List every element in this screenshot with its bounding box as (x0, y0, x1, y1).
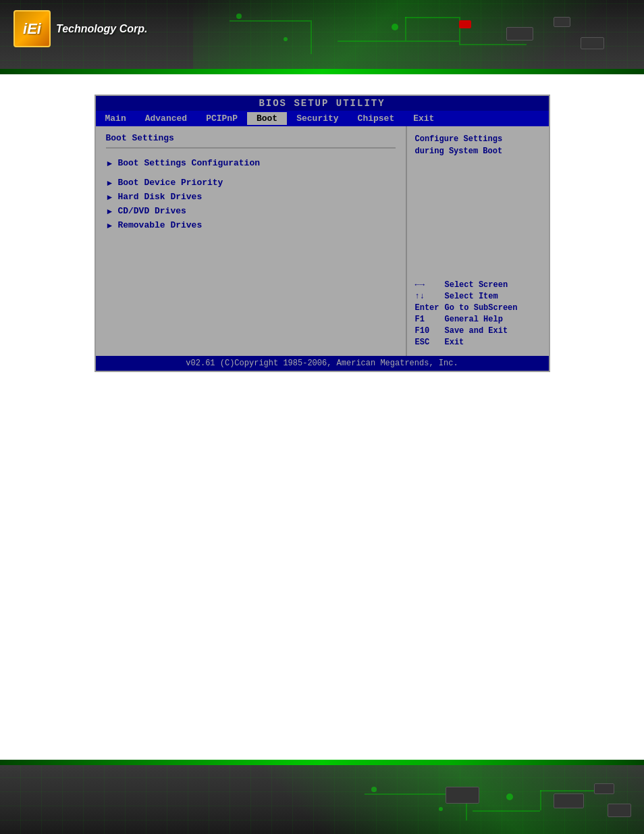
circuit-line (405, 17, 406, 41)
menu-entry-text-2: Hard Disk Drives (117, 192, 202, 202)
bios-container: BIOS SETUP UTILITY Main Advanced PCIPnP … (95, 95, 550, 372)
section-title: Boot Settings (106, 133, 396, 143)
menu-entry-boot-settings-config[interactable]: ► Boot Settings Configuration (106, 158, 396, 168)
circuit-dot-b1 (371, 787, 377, 792)
bios-left-panel: Boot Settings ► Boot Settings Configurat… (96, 126, 407, 356)
arrow-icon-2: ► (106, 192, 114, 202)
menu-item-advanced[interactable]: Advanced (136, 112, 196, 125)
menu-item-boot[interactable]: Boot (247, 112, 287, 125)
bios-menu-bar: Main Advanced PCIPnP Boot Security Chips… (96, 111, 549, 126)
circuit-overlay (193, 0, 644, 74)
key-action-0: Select Screen (445, 280, 508, 290)
arrow-icon-3: ► (106, 207, 114, 216)
key-action-3: General Help (445, 315, 503, 324)
arrow-icon-1: ► (106, 178, 114, 188)
logo-area: iEi Technology Corp. (14, 10, 147, 47)
logo-text: iEi (23, 20, 41, 38)
arrow-icon-0: ► (106, 159, 114, 168)
chip (506, 27, 533, 41)
key-name-f1: F1 (415, 315, 441, 324)
bottom-banner (0, 760, 644, 834)
menu-entry-hard-disk-drives[interactable]: ► Hard Disk Drives (106, 192, 396, 202)
help-line-2: during System Boot (415, 147, 503, 156)
chip-b2 (594, 783, 614, 794)
key-action-2: Go to SubScreen (445, 303, 518, 313)
menu-entry-text-0: Boot Settings Configuration (117, 158, 260, 168)
key-name-enter: Enter (415, 303, 441, 313)
key-name-esc: ESC (415, 338, 441, 347)
key-help-row-1: ↑↓ Select Item (415, 292, 541, 301)
logo-subtitle: Technology Corp. (56, 23, 147, 35)
top-banner: iEi Technology Corp. (0, 0, 644, 74)
chip (554, 17, 570, 27)
menu-item-chipset[interactable]: Chipset (348, 112, 404, 125)
circuit-line (338, 41, 459, 42)
menu-spacer (106, 172, 396, 178)
menu-entry-text-1: Boot Device Priority (117, 178, 223, 188)
bios-title-bar: BIOS SETUP UTILITY (96, 96, 549, 111)
circuit-line (311, 20, 312, 54)
menu-entry-text-3: CD/DVD Drives (117, 206, 186, 216)
circuit-dot-b2 (439, 807, 443, 811)
key-help-row-4: F10 Save and Exit (415, 326, 541, 336)
arrow-icon-4: ► (106, 221, 114, 230)
menu-entry-text-4: Removable Drives (117, 220, 202, 230)
help-line-1: Configure Settings (415, 134, 503, 144)
logo-box: iEi (14, 10, 51, 47)
menu-item-pciпнп[interactable]: PCIPnP (196, 112, 247, 125)
section-divider (106, 147, 396, 149)
menu-entry-cd-dvd-drives[interactable]: ► CD/DVD Drives (106, 206, 396, 216)
key-action-1: Select Item (445, 292, 498, 301)
key-help-row-0: ←→ Select Screen (415, 280, 541, 290)
circuit-line-b3 (473, 810, 540, 812)
top-green-bar (0, 69, 644, 74)
key-name-arrows-ud: ↑↓ (415, 292, 441, 301)
key-help-row-5: ESC Exit (415, 338, 541, 347)
key-help-row-2: Enter Go to SubScreen (415, 303, 541, 313)
bios-right-panel: Configure Settings during System Boot ←→… (407, 126, 549, 356)
chip-b3 (608, 804, 631, 817)
key-name-arrows-lr: ←→ (415, 280, 441, 290)
circuit-dot (236, 14, 242, 19)
help-text: Configure Settings during System Boot (415, 133, 541, 157)
circuit-dot (392, 24, 398, 30)
key-help-row-3: F1 General Help (415, 315, 541, 324)
circuit-line (230, 20, 311, 22)
circuit-dot (284, 37, 288, 41)
bios-footer: v02.61 (C)Copyright 1985-2006, American … (96, 356, 549, 371)
menu-item-exit[interactable]: Exit (404, 112, 444, 125)
chip (581, 37, 604, 49)
key-action-5: Exit (445, 338, 464, 347)
menu-item-security[interactable]: Security (287, 112, 348, 125)
chip-b4 (446, 787, 479, 804)
circuit-line-b5 (540, 790, 594, 791)
circuit-line (459, 44, 527, 45)
main-body: BIOS SETUP UTILITY Main Advanced PCIPnP … (0, 74, 644, 392)
key-help-section: ←→ Select Screen ↑↓ Select Item Enter Go… (415, 280, 541, 349)
menu-item-main[interactable]: Main (96, 112, 136, 125)
circuit-dot-b3 (506, 793, 513, 800)
circuit-line-b4 (540, 790, 541, 810)
key-action-4: Save and Exit (445, 326, 508, 336)
bios-content: Boot Settings ► Boot Settings Configurat… (96, 126, 549, 356)
accent-red (459, 20, 471, 28)
key-name-f10: F10 (415, 326, 441, 336)
menu-entry-removable-drives[interactable]: ► Removable Drives (106, 220, 396, 230)
chip-b1 (554, 793, 584, 808)
menu-entry-boot-device-priority[interactable]: ► Boot Device Priority (106, 178, 396, 188)
circuit-line (405, 17, 459, 18)
